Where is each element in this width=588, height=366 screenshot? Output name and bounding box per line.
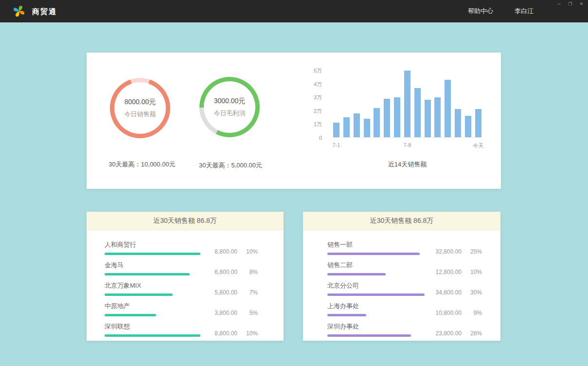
today-profit-value: 3000.00元 [214, 97, 246, 106]
bar-9 [414, 88, 421, 137]
titlebar-links: 帮助中心 李白江 [468, 0, 534, 22]
item-progress-bar [105, 253, 200, 255]
app-logo-pinwheel-icon [13, 5, 25, 18]
dashboard-summary-card: 8000.00元 今日销售额 30天最高：10,000.00元 3000.00元… [87, 53, 501, 189]
y-axis-ticks: 5万4万3万2万1万0 [301, 67, 322, 142]
item-amount: 6,800.00 [207, 269, 237, 275]
bar-12 [445, 80, 451, 137]
item-percent: 8% [241, 269, 258, 275]
bar-5 [374, 108, 380, 137]
bar-11 [434, 97, 441, 137]
minimize-button[interactable]: ─ [555, 1, 563, 7]
item-progress-bar [327, 314, 366, 316]
profit-30day-max: 30天最高：5,000.00元 [172, 161, 289, 170]
bar-10 [425, 100, 431, 137]
item-amount: 10,800.00 [431, 310, 462, 316]
username-menu[interactable]: 李白江 [515, 7, 534, 16]
item-progress-bar [327, 293, 425, 296]
today-sales-label: 今日销售额 [125, 110, 156, 119]
item-percent: 10% [465, 269, 482, 275]
bar-chart-title: 近14天销售额 [333, 160, 481, 169]
bar-4 [364, 119, 370, 137]
sales-14day-bar-chart: 5万4万3万2万1万0 7-17-8今天 近14天销售额 [301, 53, 501, 189]
top-customers-card: 近30天销售额 86.8万 人和商贸行8,800.0010%金海马6,800.0… [87, 212, 284, 341]
app-title: 商贸通 [32, 7, 57, 17]
item-amount: 5,800.00 [207, 289, 237, 296]
list-item: 深圳办事处23,800.0026% [327, 322, 482, 337]
list-item: 北京万象MIX5,800.007% [105, 281, 258, 296]
item-name: 深圳办事处 [327, 322, 425, 331]
item-amount: 32,800.00 [431, 248, 462, 255]
titlebar: 商贸通 帮助中心 李白江 ─ ❐ ✕ [0, 0, 588, 22]
bar-6 [384, 99, 390, 137]
item-percent: 25% [465, 248, 482, 255]
item-percent: 26% [465, 330, 482, 337]
item-amount: 8,800.00 [207, 248, 237, 255]
item-amount: 12,800.00 [431, 269, 462, 275]
item-amount: 23,800.00 [431, 330, 462, 337]
top-departments-card-title: 近30天销售额 86.8万 [303, 212, 500, 230]
item-percent: 10% [241, 330, 258, 337]
list-item: 深圳联想8,800.0010% [105, 322, 258, 337]
item-progress-bar [105, 334, 200, 337]
item-percent: 5% [241, 310, 258, 316]
today-profit-label: 今日毛利润 [214, 109, 246, 118]
list-item: 销售二部12,800.0010% [327, 261, 482, 275]
item-progress-bar [105, 293, 173, 296]
item-progress-bar [327, 273, 386, 275]
item-amount: 3,800.00 [207, 310, 237, 316]
x-tick-label: 7-1 [333, 142, 340, 149]
item-name: 北京分公司 [327, 281, 425, 290]
x-axis-labels: 7-17-8今天 [333, 142, 481, 149]
today-sales-value: 8000.00元 [125, 98, 156, 107]
item-name: 人和商贸行 [105, 240, 200, 249]
top-customers-card-title: 近30天销售额 86.8万 [87, 212, 284, 230]
bar-7 [394, 97, 400, 137]
list-item: 上海办事处10,800.009% [327, 302, 482, 316]
item-percent: 7% [241, 289, 258, 296]
x-tick-label: 今天 [473, 142, 483, 149]
item-name: 上海办事处 [327, 302, 425, 311]
list-item: 人和商贸行8,800.0010% [105, 240, 258, 255]
x-tick-label: 7-8 [403, 142, 411, 149]
item-progress-bar [327, 334, 411, 337]
top-departments-list: 销售一部32,800.0025%销售二部12,800.0010%北京分公司34,… [303, 230, 500, 337]
today-sales-donut-chart: 8000.00元 今日销售额 [110, 78, 170, 138]
item-progress-bar [105, 273, 190, 275]
donut-center: 8000.00元 今日销售额 [114, 82, 166, 134]
close-button[interactable]: ✕ [578, 1, 585, 7]
bar-1 [333, 123, 339, 137]
item-name: 销售一部 [327, 240, 425, 249]
top-customers-list: 人和商贸行8,800.0010%金海马6,800.008%北京万象MIX5,80… [87, 230, 284, 337]
bar-plot-area [333, 71, 481, 138]
list-item: 中原地产3,800.005% [105, 302, 258, 316]
list-item: 北京分公司34,800.0030% [327, 281, 482, 296]
list-item: 金海马6,800.008% [105, 261, 258, 275]
item-name: 销售二部 [327, 261, 425, 270]
today-profit-donut-chart: 3000.00元 今日毛利润 [199, 77, 260, 137]
list-item: 销售一部32,800.0025% [327, 240, 482, 255]
item-percent: 30% [465, 289, 482, 296]
item-percent: 10% [241, 248, 258, 255]
bar-14 [465, 116, 471, 137]
bar-2 [343, 117, 350, 137]
window-controls: ─ ❐ ✕ [555, 1, 585, 7]
item-name: 中原地产 [105, 302, 200, 311]
item-progress-bar [105, 314, 156, 316]
item-name: 金海马 [105, 261, 200, 270]
help-center-link[interactable]: 帮助中心 [468, 7, 493, 16]
item-percent: 9% [465, 310, 482, 316]
item-name: 北京万象MIX [105, 281, 200, 290]
item-amount: 8,800.00 [207, 330, 237, 337]
bar-15 [475, 109, 481, 137]
top-departments-card: 近30天销售额 86.8万 销售一部32,800.0025%销售二部12,800… [303, 212, 500, 341]
bar-13 [455, 109, 461, 137]
item-name: 深圳联想 [105, 322, 200, 331]
item-amount: 34,800.00 [431, 289, 462, 296]
donut-center: 3000.00元 今日毛利润 [204, 81, 255, 133]
bar-8 [404, 71, 410, 137]
item-progress-bar [327, 253, 420, 255]
maximize-button[interactable]: ❐ [567, 1, 574, 7]
bar-3 [354, 113, 360, 137]
